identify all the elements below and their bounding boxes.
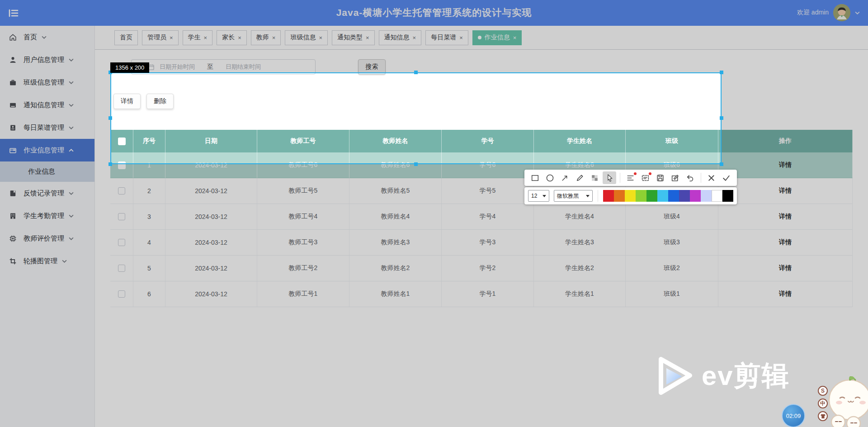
tool-text-recognition-button[interactable] <box>639 171 652 184</box>
tool-mosaic-button[interactable] <box>588 171 601 184</box>
tool-rectangle-button[interactable] <box>528 171 542 184</box>
sidebar-item-homework[interactable]: 作业信息管理 <box>0 139 94 161</box>
tab-student[interactable]: 学生× <box>183 30 213 45</box>
color-swatch[interactable] <box>679 190 690 202</box>
selection-handle[interactable] <box>720 71 723 74</box>
tab-notice-type[interactable]: 通知类型× <box>332 30 375 45</box>
sidebar-item-home[interactable]: 首页 <box>0 26 94 48</box>
tab-homework-info[interactable]: 作业信息× <box>472 30 522 45</box>
color-swatch[interactable] <box>603 190 614 202</box>
color-swatch[interactable] <box>668 190 679 202</box>
close-icon[interactable]: × <box>459 35 463 41</box>
row-checkbox[interactable] <box>118 239 125 246</box>
row-detail-link[interactable]: 详情 <box>718 281 853 307</box>
row-detail-link[interactable]: 详情 <box>718 178 853 204</box>
tool-ellipse-button[interactable] <box>543 171 557 184</box>
color-swatch[interactable] <box>646 190 657 202</box>
close-icon[interactable]: × <box>319 35 322 41</box>
homework-table: 序号 日期 教师工号 教师姓名 学号 学生姓名 班级 操作 1 2024-03-… <box>110 130 853 307</box>
row-detail-link[interactable]: 详情 <box>718 230 853 256</box>
row-checkbox[interactable] <box>118 290 125 298</box>
column-header: 班级 <box>626 130 718 152</box>
tab-class-info[interactable]: 班级信息× <box>285 30 328 45</box>
feedback-book-icon <box>9 190 17 197</box>
menu-card-icon <box>9 124 17 132</box>
sidebar-item-feedback[interactable]: 反馈记录管理 <box>0 182 94 204</box>
sidebar-item-user-info[interactable]: 用户信息管理 <box>0 48 94 71</box>
new-feature-badge <box>649 172 651 175</box>
chevron-down-icon <box>855 11 860 14</box>
select-all-checkbox[interactable] <box>118 138 126 145</box>
tool-undo-button[interactable] <box>684 171 697 184</box>
row-checkbox[interactable] <box>118 213 125 220</box>
close-icon[interactable]: × <box>366 35 369 41</box>
close-icon[interactable]: × <box>413 35 416 41</box>
close-icon[interactable]: × <box>204 35 208 41</box>
date-start-placeholder[interactable]: 日期开始时间 <box>160 63 195 71</box>
sidebar-item-attendance[interactable]: 学生考勤管理 <box>0 204 94 227</box>
close-icon[interactable]: × <box>513 35 517 41</box>
date-range-input[interactable]: 日期开始时间 至 日期结束时间 <box>131 59 316 75</box>
sidebar-item-evaluation[interactable]: 教师评价管理 <box>0 227 94 250</box>
tab-parent[interactable]: 家长× <box>217 30 247 45</box>
mascot-sticker <box>822 376 868 427</box>
row-detail-link[interactable]: 详情 <box>718 204 853 230</box>
color-swatch[interactable] <box>722 190 733 202</box>
row-detail-link[interactable]: 详情 <box>718 256 853 281</box>
tool-cursor-button[interactable] <box>603 171 616 184</box>
welcome-text: 欢迎 admin <box>797 9 829 17</box>
tab-teacher[interactable]: 教师× <box>251 30 281 45</box>
sidebar-subitem-homework-info[interactable]: 作业信息 <box>0 161 94 182</box>
row-checkbox[interactable] <box>118 265 125 272</box>
tab-home[interactable]: 首页 <box>114 30 138 45</box>
caret-down-icon <box>542 195 546 197</box>
selection-handle[interactable] <box>108 116 112 120</box>
color-swatch[interactable] <box>614 190 625 202</box>
close-icon[interactable]: × <box>238 35 241 41</box>
color-swatch[interactable] <box>690 190 701 202</box>
tab-notice-info[interactable]: 通知信息× <box>379 30 422 45</box>
sidebar-item-class-info[interactable]: 班级信息管理 <box>0 71 94 94</box>
user-menu[interactable]: 欢迎 admin <box>797 4 860 21</box>
capture-cancel-button[interactable] <box>705 171 718 184</box>
selection-handle[interactable] <box>414 162 418 166</box>
search-button[interactable]: 搜索 <box>358 59 386 75</box>
tool-scrolling-capture-button[interactable] <box>624 171 637 184</box>
row-detail-link[interactable]: 详情 <box>718 152 853 178</box>
tool-save-button[interactable] <box>654 171 667 184</box>
row-checkbox[interactable] <box>118 161 126 169</box>
color-swatch[interactable] <box>712 190 722 202</box>
capture-confirm-button[interactable] <box>720 171 733 184</box>
selection-handle[interactable] <box>720 162 723 166</box>
detail-button[interactable]: 详情 <box>113 94 141 109</box>
tab-daily-menu[interactable]: 每日菜谱× <box>425 30 468 45</box>
homework-toolbox-icon <box>9 147 17 154</box>
selection-handle[interactable] <box>414 71 418 74</box>
color-swatch[interactable] <box>636 190 646 202</box>
delete-button[interactable]: 删除 <box>146 94 174 109</box>
date-end-placeholder[interactable]: 日期结束时间 <box>226 63 261 71</box>
recording-timer[interactable]: 02:09 <box>782 404 805 427</box>
sidebar-item-notice-info[interactable]: 通知信息管理 <box>0 94 94 116</box>
font-size-select[interactable]: 12 <box>528 190 549 202</box>
new-feature-badge <box>634 172 637 175</box>
home-icon <box>9 33 17 41</box>
column-header: 学生姓名 <box>534 130 626 152</box>
tool-pen-button[interactable] <box>573 171 586 184</box>
tool-arrow-button[interactable] <box>558 171 571 184</box>
close-icon[interactable]: × <box>170 35 173 41</box>
tool-pin-edit-button[interactable] <box>669 171 682 184</box>
color-swatch[interactable] <box>701 190 712 202</box>
sidebar-item-daily-menu[interactable]: 每日菜谱管理 <box>0 116 94 139</box>
tab-admin[interactable]: 管理员× <box>142 30 179 45</box>
selection-handle[interactable] <box>108 162 112 166</box>
row-checkbox[interactable] <box>118 187 125 195</box>
close-icon[interactable]: × <box>272 35 276 41</box>
avatar[interactable] <box>833 4 850 21</box>
color-swatch[interactable] <box>625 190 636 202</box>
color-swatch[interactable] <box>657 190 668 202</box>
sidebar-item-carousel[interactable]: 轮播图管理 <box>0 250 94 272</box>
font-family-select[interactable]: 微软雅黑 <box>554 190 593 202</box>
chevron-down-icon <box>69 214 74 218</box>
selection-handle[interactable] <box>720 116 723 120</box>
